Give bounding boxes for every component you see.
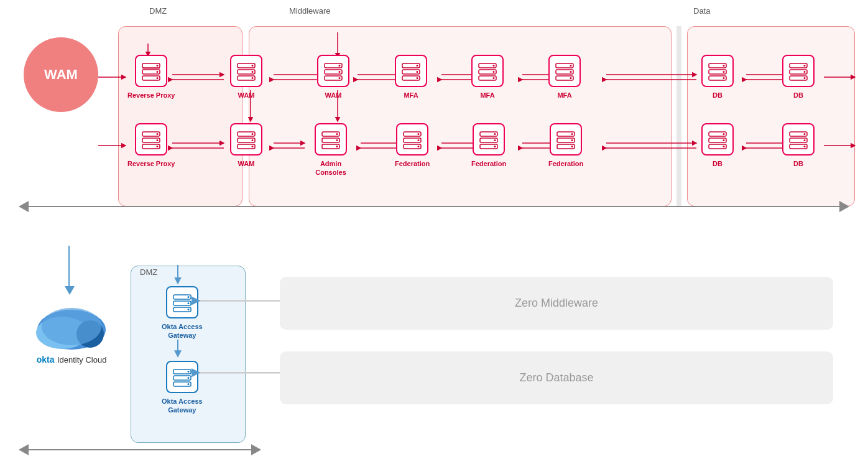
- svg-point-52: [339, 65, 341, 67]
- svg-point-130: [804, 133, 806, 135]
- mfa1-icon: [395, 55, 427, 87]
- db4-label: DB: [793, 159, 803, 168]
- oag1-icon: [166, 286, 198, 318]
- wam3-icon: [230, 123, 262, 156]
- mfa-node-3: MFA: [548, 55, 581, 100]
- zero-middleware-box: Zero Middleware: [280, 277, 833, 330]
- fed3-icon: [550, 123, 582, 156]
- svg-point-96: [252, 146, 254, 147]
- oag1-label: Okta Access Gateway: [162, 322, 203, 340]
- oag-node-2: Okta Access Gateway: [162, 361, 203, 415]
- down-arrow-okta: [65, 286, 75, 295]
- oag2-label: Okta Access Gateway: [162, 397, 203, 415]
- svg-point-124: [723, 133, 725, 135]
- svg-point-66: [493, 77, 495, 79]
- federation-node-2: Federation: [471, 123, 506, 168]
- admin-label: Admin Consoles: [315, 159, 346, 177]
- wam1-label: WAM: [238, 91, 255, 100]
- reverse-proxy-1: Reverse Proxy: [127, 55, 175, 100]
- svg-point-71: [570, 71, 572, 73]
- svg-point-132: [804, 146, 806, 147]
- zero-middleware-label: Zero Middleware: [515, 297, 598, 310]
- mfa3-label: MFA: [557, 91, 571, 100]
- top-diagram: DMZ Middleware Data WAM: [6, 6, 862, 218]
- svg-point-112: [494, 133, 496, 135]
- zero-database-label: Zero Database: [519, 371, 593, 384]
- vert-line-okta: [68, 246, 70, 289]
- federation-node-1: Federation: [395, 123, 430, 168]
- svg-point-101: [336, 139, 338, 141]
- svg-point-89: [157, 139, 159, 141]
- dmz-label: DMZ: [149, 6, 167, 16]
- fed1-icon: [396, 123, 428, 156]
- mfa2-icon: [471, 55, 504, 87]
- wam-node-2: WAM: [317, 55, 349, 100]
- svg-point-77: [723, 71, 725, 73]
- svg-point-126: [723, 146, 725, 147]
- db1-icon: [701, 55, 734, 87]
- admin-icon: [315, 123, 347, 156]
- fed1-label: Federation: [395, 159, 430, 168]
- svg-point-147: [187, 377, 189, 379]
- wam1-icon: [230, 55, 262, 87]
- svg-point-48: [252, 77, 254, 79]
- svg-point-64: [493, 65, 495, 67]
- admin-consoles-node: Admin Consoles: [315, 123, 347, 177]
- svg-point-42: [157, 77, 159, 79]
- mfa-node-1: MFA: [395, 55, 427, 100]
- mfa1-label: MFA: [404, 91, 418, 100]
- svg-point-40: [157, 65, 159, 67]
- wam-node-1: WAM: [230, 55, 262, 100]
- svg-point-47: [252, 71, 254, 73]
- dmz-bottom-label: DMZ: [140, 267, 157, 277]
- svg-point-142: [187, 309, 189, 310]
- svg-point-107: [418, 139, 420, 141]
- okta-brand: okta Identity Cloud: [19, 354, 124, 365]
- db-node-4: DB: [782, 123, 815, 168]
- svg-point-146: [187, 371, 189, 373]
- svg-point-72: [570, 77, 572, 79]
- mfa-node-2: MFA: [471, 55, 504, 100]
- svg-point-125: [723, 139, 725, 141]
- data-divider: [676, 26, 681, 207]
- db3-label: DB: [713, 159, 723, 168]
- svg-point-106: [418, 133, 420, 135]
- svg-point-88: [157, 133, 159, 135]
- rp1-icon: [135, 55, 167, 87]
- db2-label: DB: [793, 91, 803, 100]
- svg-point-114: [494, 146, 496, 147]
- svg-point-118: [571, 133, 573, 135]
- fed2-icon: [473, 123, 505, 156]
- svg-point-90: [157, 146, 159, 147]
- svg-point-131: [804, 139, 806, 141]
- bottom-diagram: okta Identity Cloud DMZ Okta Access Gate…: [6, 246, 862, 463]
- okta-cloud-section: okta Identity Cloud: [19, 295, 124, 365]
- mfa3-icon: [548, 55, 581, 87]
- bottom-span-arrow: [19, 442, 261, 457]
- reverse-proxy-2: Reverse Proxy: [127, 123, 175, 168]
- svg-point-65: [493, 71, 495, 73]
- svg-point-41: [157, 71, 159, 73]
- wam3-label: WAM: [238, 159, 255, 168]
- mfa2-label: MFA: [480, 91, 494, 100]
- wam-circle: WAM: [24, 37, 98, 112]
- oag-node-1: Okta Access Gateway: [162, 286, 203, 340]
- svg-point-82: [804, 65, 806, 67]
- cloud-icon: [28, 295, 115, 351]
- svg-point-148: [187, 383, 189, 385]
- svg-point-141: [187, 302, 189, 304]
- svg-point-136: [42, 308, 101, 345]
- federation-node-3: Federation: [548, 123, 583, 168]
- db3-icon: [701, 123, 734, 156]
- wam2-label: WAM: [325, 91, 342, 100]
- fed3-label: Federation: [548, 159, 583, 168]
- db-node-1: DB: [701, 55, 734, 100]
- wam2-icon: [317, 55, 349, 87]
- middleware-label: Middleware: [289, 6, 330, 16]
- svg-point-120: [571, 146, 573, 147]
- svg-point-78: [723, 77, 725, 79]
- svg-point-140: [187, 296, 189, 298]
- svg-point-59: [417, 71, 418, 73]
- svg-point-58: [417, 65, 418, 67]
- middleware-region: [249, 26, 672, 207]
